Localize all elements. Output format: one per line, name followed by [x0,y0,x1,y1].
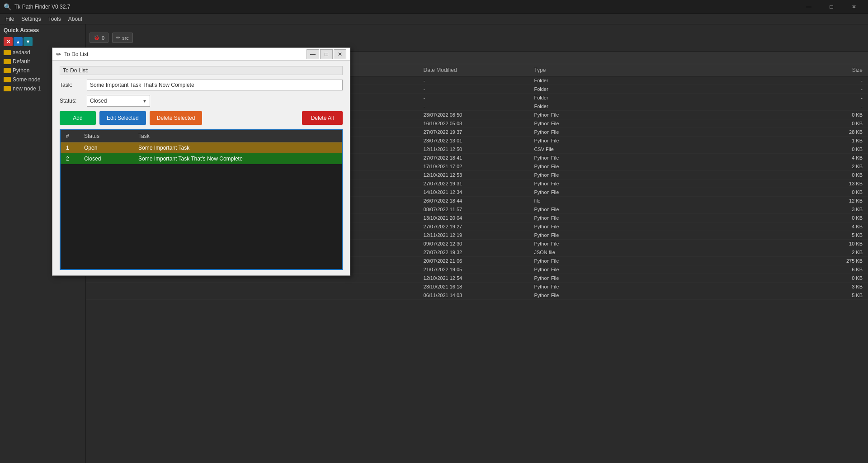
file-size: 0 KB [754,120,864,127]
dialog-title: To Do List [64,51,88,57]
dialog-content: To Do List: Task: Status: Closed ▼ Add E… [52,61,350,275]
file-date: 27/07/2022 19:32 [422,249,533,255]
file-name [90,292,422,298]
file-type: Folder [532,77,754,84]
file-type: Python File [532,112,754,118]
file-date: 23/07/2022 08:50 [422,112,533,118]
row-status: Open [82,144,137,152]
file-date: - [422,103,533,109]
list-item[interactable]: 23/10/2021 16:18 Python File 3 KB [86,283,868,291]
file-size: 0 KB [754,146,864,152]
file-size: 0 KB [754,112,864,118]
file-size: 2 KB [754,163,864,170]
dialog-maximize-button[interactable]: □ [320,49,333,59]
file-size: - [754,103,864,109]
app-title: Tk Path Finder V0.32.7 [14,4,70,10]
file-size: 0 KB [754,275,864,281]
todo-table-header: # Status Task [61,130,342,142]
todo-table: # Status Task 1 Open Some Important Task… [60,129,343,270]
src-icon: ✏ [116,35,120,41]
file-size: 3 KB [754,283,864,290]
file-size: - [754,86,864,92]
qa-remove-button[interactable]: ✕ [4,37,13,46]
chevron-down-icon: ▼ [142,99,147,104]
file-type: Python File [532,172,754,178]
file-type: CSV File [532,146,754,152]
file-date: 12/11/2021 12:50 [422,146,533,152]
status-value: Closed [90,98,142,104]
status-dropdown[interactable]: Closed ▼ [87,95,150,107]
row-task: Some Important Task [137,144,338,152]
qa-down-button[interactable]: ▼ [24,37,33,46]
col-task-header: Task [137,132,338,140]
file-type: JSON file [532,249,754,255]
maximize-button[interactable]: □ [821,0,842,14]
folder-icon [4,86,11,91]
table-row[interactable]: 1 Open Some Important Task [61,142,342,153]
file-size: 0 KB [754,172,864,178]
count-button[interactable]: 🐞 0 [90,33,108,43]
edit-selected-button[interactable]: Edit Selected [99,111,146,125]
todo-dialog: ✏ To Do List — □ ✕ To Do List: Task: Sta… [52,47,350,276]
add-button[interactable]: Add [60,111,96,125]
file-size: 3 KB [754,206,864,213]
file-name [90,275,422,281]
file-type: Python File [532,266,754,273]
delete-selected-button[interactable]: Delete Selected [150,111,203,125]
dialog-close-button[interactable]: ✕ [334,49,346,59]
file-type: Python File [532,283,754,290]
file-size: 28 KB [754,129,864,135]
file-type: Python File [532,215,754,221]
file-type: Folder [532,103,754,109]
col-type: Type [532,66,754,74]
file-type: Python File [532,137,754,144]
file-size: - [754,94,864,101]
status-label: Status: [60,98,87,104]
file-date: 27/07/2022 19:27 [422,223,533,230]
file-type: Python File [532,232,754,238]
button-row: Add Edit Selected Delete Selected Delete… [60,111,343,125]
todo-section-label: To Do List: [60,66,343,75]
menu-tools[interactable]: Tools [45,15,65,23]
folder-icon [4,68,11,73]
col-size: Size [754,66,864,74]
close-button[interactable]: ✕ [844,0,864,14]
file-date: 12/10/2021 12:54 [422,275,533,281]
file-size: 0 KB [754,215,864,221]
file-date: 27/07/2022 19:31 [422,180,533,187]
dialog-minimize-button[interactable]: — [307,49,319,59]
file-date: 23/07/2022 13:01 [422,137,533,144]
menu-file[interactable]: File [2,15,18,23]
task-input[interactable] [87,80,343,90]
count-value: 0 [102,35,104,41]
file-date: 21/07/2022 19:05 [422,266,533,273]
file-size: 13 KB [754,180,864,187]
file-date: 16/10/2022 05:08 [422,120,533,127]
file-date: 06/11/2021 14:03 [422,292,533,298]
file-size: 4 KB [754,223,864,230]
src-button[interactable]: ✏ src [112,33,133,43]
menu-settings[interactable]: Settings [18,15,44,23]
delete-all-button[interactable]: Delete All [302,111,343,125]
table-row[interactable]: 2 Closed Some Important Task That's Now … [61,153,342,164]
qa-up-button[interactable]: ▲ [14,37,23,46]
dialog-title-bar: ✏ To Do List — □ ✕ [52,48,350,61]
file-date: 12/11/2021 12:19 [422,232,533,238]
menu-about[interactable]: About [65,15,86,23]
file-size: 2 KB [754,249,864,255]
dialog-icon: ✏ [56,51,61,58]
file-date: 17/10/2021 17:02 [422,163,533,170]
file-size: 12 KB [754,198,864,204]
file-date: 27/07/2022 18:41 [422,155,533,161]
src-label: src [122,35,129,41]
file-type: Python File [532,258,754,264]
file-date: 27/07/2022 19:37 [422,129,533,135]
list-item[interactable]: 06/11/2021 14:03 Python File 5 KB [86,291,868,300]
title-bar: 🔍 Tk Path Finder V0.32.7 — □ ✕ [0,0,868,14]
file-date: 08/07/2022 11:57 [422,206,533,213]
file-date: 23/10/2021 16:18 [422,283,533,290]
file-date: 13/10/2021 20:04 [422,215,533,221]
col-date: Date Modified [422,66,533,74]
file-type: Folder [532,86,754,92]
minimize-button[interactable]: — [798,0,819,14]
